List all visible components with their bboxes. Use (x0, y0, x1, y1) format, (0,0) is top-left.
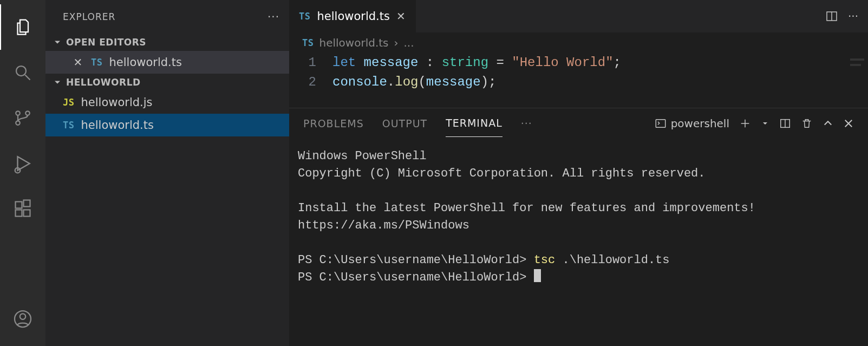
ts-badge-icon: TS (91, 57, 102, 68)
tab-label: helloworld.ts (317, 10, 389, 23)
terminal-profile[interactable]: powershell (655, 117, 729, 130)
code-content: console.log(message); (332, 73, 497, 92)
breadcrumb[interactable]: TS helloworld.ts › ... (289, 32, 868, 53)
svg-point-0 (16, 66, 26, 76)
breadcrumb-file: helloworld.ts (319, 36, 388, 49)
open-editors-label: OPEN EDITORS (66, 37, 146, 48)
split-terminal-icon[interactable] (779, 117, 791, 129)
svg-rect-12 (656, 119, 665, 127)
close-icon[interactable]: ✕ (396, 10, 406, 23)
kill-terminal-icon[interactable] (801, 117, 813, 129)
activity-search[interactable] (0, 50, 45, 95)
panel-tabs: PROBLEMS OUTPUT TERMINAL ··· powershell (289, 108, 868, 138)
new-terminal-icon[interactable] (739, 117, 751, 129)
search-icon (13, 63, 32, 82)
activity-account[interactable] (0, 296, 45, 342)
ts-badge-icon: TS (299, 11, 310, 22)
ts-badge-icon: TS (63, 120, 74, 130)
panel: PROBLEMS OUTPUT TERMINAL ··· powershell (289, 107, 868, 296)
tab-terminal[interactable]: TERMINAL (446, 109, 502, 137)
branch-icon (13, 108, 32, 128)
svg-point-2 (25, 111, 30, 115)
file-item[interactable]: TShelloworld.ts (45, 114, 289, 136)
terminal-profile-label: powershell (671, 117, 729, 130)
panel-chevron-up-icon[interactable] (823, 118, 833, 129)
file-label: helloworld.ts (81, 119, 153, 132)
svg-rect-5 (16, 202, 22, 208)
activity-extensions[interactable] (0, 186, 45, 232)
open-editor-item[interactable]: ✕TShelloworld.ts (45, 51, 289, 74)
svg-point-10 (20, 314, 26, 319)
file-label: helloworld.js (81, 96, 152, 109)
close-panel-icon[interactable] (843, 118, 854, 129)
sidebar-title: EXPLORER (63, 11, 115, 22)
line-number: 2 (289, 73, 332, 92)
sidebar-more-icon[interactable]: ··· (267, 10, 279, 23)
activity-bar (0, 0, 45, 346)
tab-more-icon[interactable]: ··· (848, 10, 858, 23)
editor-tab[interactable]: TShelloworld.ts✕ (289, 0, 416, 32)
svg-rect-8 (24, 200, 30, 207)
tab-bar: TShelloworld.ts✕ ··· (289, 0, 868, 32)
activity-run-debug[interactable] (0, 141, 45, 186)
activity-explorer[interactable] (0, 4, 45, 50)
chevron-down-icon (52, 37, 63, 48)
minimap[interactable] (846, 53, 868, 107)
editor[interactable]: 1let message : string = "Hello World";2c… (289, 53, 868, 107)
account-icon (13, 309, 32, 329)
tab-problems[interactable]: PROBLEMS (303, 110, 364, 137)
panel-more-icon[interactable]: ··· (521, 110, 532, 137)
line-number: 1 (289, 53, 332, 73)
chevron-down-icon (52, 77, 63, 88)
svg-point-1 (16, 111, 20, 115)
js-badge-icon: JS (63, 97, 74, 108)
terminal-output[interactable]: Windows PowerShellCopyright (C) Microsof… (289, 138, 868, 296)
file-label: helloworld.ts (109, 56, 181, 69)
terminal-dropdown-icon[interactable] (761, 119, 769, 128)
folder-header[interactable]: HELLOWORLD (45, 74, 289, 91)
main: TShelloworld.ts✕ ··· TS helloworld.ts › … (289, 0, 868, 346)
sidebar-header: EXPLORER ··· (45, 0, 289, 34)
breadcrumb-rest: ... (404, 36, 414, 49)
terminal-cursor (534, 269, 541, 282)
extensions-icon (13, 199, 32, 219)
close-icon[interactable]: ✕ (71, 56, 84, 69)
svg-rect-6 (16, 210, 22, 217)
svg-point-3 (16, 121, 20, 125)
tab-output[interactable]: OUTPUT (382, 110, 427, 137)
chevron-right-icon: › (394, 36, 399, 49)
folder-label: HELLOWORLD (66, 77, 141, 88)
code-line[interactable]: 2console.log(message); (289, 73, 868, 92)
activity-source-control[interactable] (0, 95, 45, 141)
split-editor-icon[interactable] (825, 10, 838, 23)
side-bar: EXPLORER ··· OPEN EDITORS ✕TShelloworld.… (45, 0, 289, 346)
code-content: let message : string = "Hello World"; (332, 53, 621, 73)
file-item[interactable]: JShelloworld.js (45, 91, 289, 114)
files-icon (14, 17, 33, 37)
svg-rect-7 (24, 210, 30, 217)
code-line[interactable]: 1let message : string = "Hello World"; (289, 53, 868, 73)
terminal-icon (655, 117, 667, 129)
ts-badge-icon: TS (302, 37, 314, 48)
open-editors-header[interactable]: OPEN EDITORS (45, 34, 289, 51)
debug-icon (12, 153, 33, 174)
